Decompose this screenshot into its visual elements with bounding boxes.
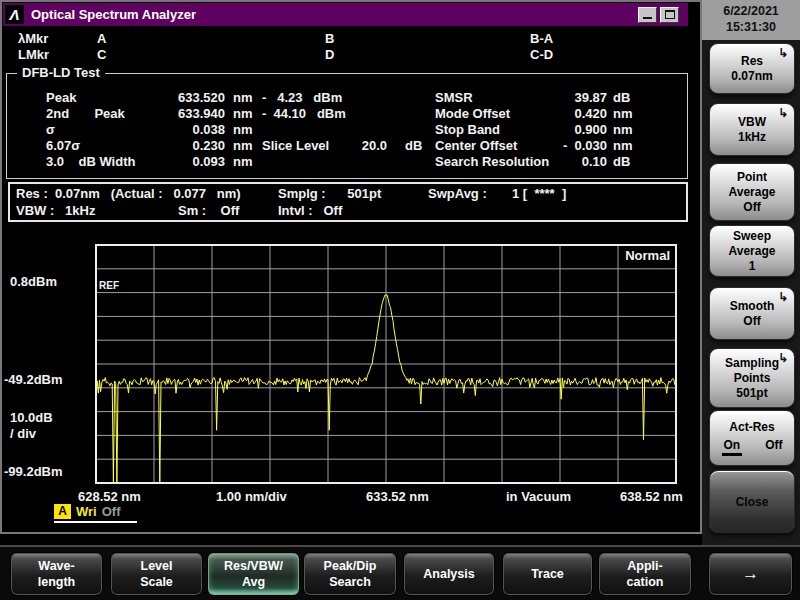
active-trace-indicator: A Wri Off bbox=[54, 504, 137, 523]
result-value: 633.520 bbox=[155, 90, 225, 105]
vbw-status: VBW : 1kHz bbox=[16, 203, 95, 218]
result-unit: nm bbox=[233, 106, 253, 121]
result-value: 0.420 bbox=[531, 106, 607, 121]
menu-analysis[interactable]: Analysis bbox=[403, 552, 495, 596]
y-axis-scale-label: 10.0dB bbox=[10, 410, 53, 425]
result-label: Center Offset bbox=[435, 138, 517, 153]
y-axis-top-label: 0.8dBm bbox=[10, 274, 57, 289]
result-value: 0.038 bbox=[155, 122, 225, 137]
result-unit: nm bbox=[613, 122, 633, 137]
result-value: 633.940 bbox=[155, 106, 225, 121]
y-axis-scale-label: / div bbox=[10, 426, 36, 441]
marker-a-label: A bbox=[97, 31, 106, 46]
menu-label: Avg bbox=[242, 574, 265, 590]
menu-label: Analysis bbox=[423, 566, 474, 582]
sweep-average-status: SwpAvg : 1 [ **** ] bbox=[428, 186, 566, 201]
menu-peak-dip-search[interactable]: Peak/Dip Search bbox=[303, 552, 397, 596]
sweep-status-bar: Res : 0.07nm (Actual : 0.077 nm) Smplg :… bbox=[8, 182, 688, 222]
window-titlebar: Λ Optical Spectrum Analyzer bbox=[3, 3, 688, 26]
softkey-value: 0.07nm bbox=[731, 69, 772, 83]
softkey-label: Close bbox=[736, 495, 769, 509]
menu-label: Res/VBW/ bbox=[224, 558, 283, 574]
result-unit: dB bbox=[613, 154, 630, 169]
menu-label: length bbox=[38, 574, 76, 590]
anritsu-logo-icon: Λ bbox=[5, 5, 24, 24]
softkey-label: Average bbox=[729, 185, 776, 199]
act-res-on-option[interactable]: On bbox=[722, 438, 743, 456]
marker-b-label: B bbox=[325, 31, 334, 46]
result-label: Stop Band bbox=[435, 122, 500, 137]
wavelength-marker-label: λMkr bbox=[18, 31, 48, 46]
close-softkey[interactable]: Close bbox=[709, 470, 795, 533]
softkey-label: Sampling bbox=[725, 356, 779, 370]
slice-level-field: Slice Level 20.0 dB bbox=[262, 138, 422, 153]
minimize-button[interactable] bbox=[638, 7, 657, 23]
softkey-label: Res bbox=[741, 54, 763, 68]
menu-res-vbw-avg[interactable]: Res/VBW/ Avg bbox=[207, 552, 300, 596]
trace-display-mode: Normal bbox=[588, 248, 670, 263]
softkey-label: Point bbox=[737, 170, 767, 184]
result-unit: nm bbox=[233, 122, 253, 137]
softkey-label: Act-Res bbox=[729, 420, 774, 434]
trace-state: Off bbox=[102, 504, 121, 519]
sampling-points-softkey[interactable]: ↳ Sampling Points 501pt bbox=[709, 348, 795, 408]
res-softkey[interactable]: ↳ Res 0.07nm bbox=[709, 43, 795, 94]
result-value: 0.230 bbox=[155, 138, 225, 153]
vbw-softkey[interactable]: ↳ VBW 1kHz bbox=[709, 103, 795, 156]
y-axis-bottom-label: -99.2dBm bbox=[4, 464, 63, 479]
menu-label: Peak/Dip bbox=[324, 558, 377, 574]
lcd-screen: Λ Optical Spectrum Analyzer λMkr A B B-A… bbox=[0, 0, 702, 534]
result-unit: nm bbox=[233, 154, 253, 169]
result-label: σ bbox=[46, 122, 55, 137]
softkey-label: Smooth bbox=[730, 299, 775, 313]
act-res-softkey[interactable]: Act-Res On Off bbox=[709, 410, 795, 466]
result-label: SMSR bbox=[435, 90, 473, 105]
softkey-label: Points bbox=[734, 371, 771, 385]
menu-wavelength[interactable]: Wave- length bbox=[10, 552, 103, 596]
osa-application: Λ Optical Spectrum Analyzer λMkr A B B-A… bbox=[0, 0, 800, 600]
dfb-ld-test-panel: DFB-LD Test Peak 633.520 nm - 4.23 dBm 2… bbox=[6, 73, 688, 179]
menu-label: Search bbox=[329, 574, 371, 590]
softkey-value: Off bbox=[743, 314, 760, 328]
result-value: 0.900 bbox=[531, 122, 607, 137]
window-title: Optical Spectrum Analyzer bbox=[31, 7, 196, 22]
menu-trace[interactable]: Trace bbox=[502, 552, 593, 596]
smooth-softkey[interactable]: ↳ Smooth Off bbox=[709, 287, 795, 340]
result-unit: nm bbox=[233, 90, 253, 105]
maximize-button[interactable] bbox=[660, 7, 679, 23]
softkey-value: Off bbox=[743, 200, 760, 214]
result-unit: nm bbox=[613, 138, 633, 153]
softkey-label: Average bbox=[729, 244, 776, 258]
result-unit: nm bbox=[613, 106, 633, 121]
menu-more-arrow[interactable]: → bbox=[708, 552, 793, 596]
menu-label: cation bbox=[627, 574, 664, 590]
marker-cd-label: C-D bbox=[530, 47, 553, 62]
trace-a-badge: A bbox=[54, 504, 71, 519]
menu-label: Trace bbox=[531, 566, 564, 582]
on-off-toggle: On Off bbox=[710, 438, 794, 456]
x-axis-perdiv-label: 1.00 nm/div bbox=[216, 489, 287, 504]
point-average-softkey[interactable]: Point Average Off bbox=[709, 163, 795, 221]
result-value: 0.093 bbox=[155, 154, 225, 169]
marker-ba-label: B-A bbox=[530, 31, 553, 46]
submenu-arrow-icon: ↳ bbox=[778, 106, 788, 120]
result-label: 2nd Peak bbox=[46, 106, 125, 121]
x-axis-medium-label: in Vacuum bbox=[506, 489, 571, 504]
result-label: 3.0 dB Width bbox=[46, 154, 135, 169]
result-extra: - 44.10 dBm bbox=[262, 106, 346, 121]
forward-arrow-icon: → bbox=[742, 566, 759, 582]
smooth-status: Sm : Off bbox=[178, 203, 239, 218]
marker-c-label: C bbox=[97, 47, 106, 62]
submenu-arrow-icon: ↳ bbox=[778, 46, 788, 60]
spectrum-plot bbox=[95, 244, 677, 484]
time-label: 15:31:30 bbox=[702, 19, 800, 35]
menu-application[interactable]: Appli- cation bbox=[598, 552, 692, 596]
result-unit: nm bbox=[233, 138, 253, 153]
sweep-average-softkey[interactable]: Sweep Average 1 bbox=[709, 225, 795, 277]
main-menu-bar: Wave- length Level Scale Res/VBW/ Avg Pe… bbox=[0, 545, 800, 600]
result-label: 6.07σ bbox=[46, 138, 80, 153]
ref-level-label: REF bbox=[99, 280, 119, 291]
res-status: Res : 0.07nm (Actual : 0.077 nm) bbox=[16, 186, 241, 201]
menu-level-scale[interactable]: Level Scale bbox=[110, 552, 203, 596]
act-res-off-option[interactable]: Off bbox=[765, 438, 782, 456]
